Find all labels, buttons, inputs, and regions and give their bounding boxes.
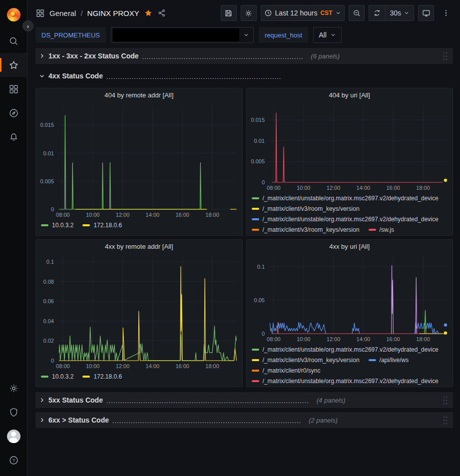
sidebar-item-profile[interactable] bbox=[0, 424, 27, 448]
sidebar-expand-button[interactable]: › bbox=[22, 20, 33, 31]
legend-label: 172.18.0.6 bbox=[93, 222, 122, 229]
legend-item[interactable]: /_matrix/client/unstable/org.matrix.msc2… bbox=[252, 214, 439, 224]
legend-item[interactable]: /sw.js bbox=[369, 224, 394, 235]
zoom-out-time-button[interactable] bbox=[349, 5, 365, 21]
sidebar-item-search[interactable] bbox=[0, 29, 27, 53]
svg-text:0.04: 0.04 bbox=[43, 318, 54, 324]
variable-value-ds-prometheus[interactable] bbox=[111, 27, 254, 43]
sidebar-item-explore[interactable] bbox=[0, 101, 27, 125]
svg-text:0: 0 bbox=[51, 206, 54, 212]
svg-text:0: 0 bbox=[261, 179, 264, 185]
row-panel-count: (6 panels) bbox=[311, 52, 340, 60]
svg-text:12:00: 12:00 bbox=[326, 185, 340, 191]
sidebar-item-help[interactable]: ? bbox=[0, 448, 27, 472]
legend-item[interactable]: /api/live/ws bbox=[369, 355, 409, 365]
share-icon[interactable] bbox=[157, 8, 166, 17]
legend-item[interactable]: 172.18.0.6 bbox=[82, 371, 122, 382]
legend-swatch bbox=[252, 380, 259, 382]
panel-4xx-by-uri: 4xx by uri [All] 08:0010:0012:0014:0016:… bbox=[246, 239, 454, 387]
legend-item[interactable]: 10.0.3.2 bbox=[41, 220, 73, 230]
chevron-down-icon bbox=[335, 10, 341, 16]
svg-text:16:00: 16:00 bbox=[175, 212, 189, 218]
breadcrumb: General / NGINX PROXY bbox=[35, 8, 166, 18]
legend-item[interactable]: /_matrix/client/v3/room_keys/version bbox=[252, 203, 360, 214]
drag-dots-icon bbox=[443, 416, 448, 425]
svg-text:0.1: 0.1 bbox=[46, 259, 54, 265]
panel-4xx-by-remote-addr: 4xx by remote addr [All] 08:0010:0012:00… bbox=[35, 239, 243, 387]
svg-text:14:00: 14:00 bbox=[356, 336, 370, 342]
drag-dots-icon bbox=[443, 51, 448, 61]
svg-text:16:00: 16:00 bbox=[386, 336, 400, 342]
legend-item[interactable]: /_matrix/client/unstable/org.matrix.msc2… bbox=[252, 376, 439, 386]
svg-text:16:00: 16:00 bbox=[175, 363, 189, 369]
legend-swatch bbox=[252, 349, 259, 351]
row-header-6xx[interactable]: 6xx > Status Code ......................… bbox=[35, 412, 453, 428]
save-dashboard-button[interactable] bbox=[221, 5, 237, 21]
avatar bbox=[7, 430, 20, 443]
breadcrumb-dashboard-title[interactable]: NGINX PROXY bbox=[87, 9, 139, 17]
refresh-interval-dropdown[interactable]: 30s bbox=[386, 5, 414, 20]
panel-title[interactable]: 4xx by uri [All] bbox=[247, 240, 453, 253]
svg-text:08:00: 08:00 bbox=[267, 185, 281, 191]
variable-value-label: All bbox=[319, 31, 327, 39]
chevron-right-icon bbox=[39, 53, 45, 59]
legend-item[interactable]: /_matrix/client/v3/room_keys/version bbox=[252, 355, 360, 365]
panel-title[interactable]: 4xx by remote addr [All] bbox=[36, 240, 242, 253]
legend-swatch bbox=[252, 370, 259, 372]
row-panel-count: (4 panels) bbox=[317, 397, 346, 404]
tv-mode-button[interactable] bbox=[418, 5, 434, 21]
legend-item[interactable]: /_matrix/client/v3/room_keys/version bbox=[252, 224, 360, 235]
apps-grid-icon bbox=[35, 8, 45, 18]
legend-item[interactable]: /_matrix/client/r0/sync bbox=[252, 365, 321, 376]
refresh-button[interactable] bbox=[369, 5, 385, 20]
sidebar-item-dashboards[interactable] bbox=[0, 77, 27, 101]
legend-label: /_matrix/client/unstable/org.matrix.msc2… bbox=[263, 378, 439, 385]
row-title: 5xx Status Code bbox=[48, 396, 103, 404]
favorite-star-icon[interactable] bbox=[144, 8, 153, 17]
time-series-chart[interactable]: 08:0010:0012:0014:0016:0018:0000.0050.01… bbox=[36, 101, 242, 219]
time-series-chart[interactable]: 08:0010:0012:0014:0016:0018:0000.0050.01… bbox=[247, 101, 453, 192]
sidebar-item-configuration[interactable] bbox=[0, 376, 27, 400]
svg-text:0.08: 0.08 bbox=[43, 279, 54, 285]
row-title: 1xx - 3xx - 2xx Status Code bbox=[48, 52, 139, 60]
row-drag-handle[interactable] bbox=[443, 51, 448, 61]
time-series-chart[interactable]: 08:0010:0012:0014:0016:0018:0000.020.040… bbox=[36, 253, 242, 371]
row-header-4xx[interactable]: 4xx Status Code ........................… bbox=[35, 68, 453, 84]
svg-text:18:00: 18:00 bbox=[205, 363, 219, 369]
sidebar-item-alerting[interactable] bbox=[0, 125, 27, 149]
row-drag-handle[interactable] bbox=[443, 416, 448, 425]
time-series-chart[interactable]: 08:0010:0012:0014:0016:0018:0000.050.1 bbox=[247, 253, 453, 344]
row-drag-handle[interactable] bbox=[443, 396, 448, 405]
more-options-button[interactable] bbox=[438, 5, 454, 21]
compass-icon bbox=[8, 108, 19, 118]
panel-title[interactable]: 404 by remote addr [All] bbox=[36, 88, 242, 101]
variable-value-request-host[interactable]: All bbox=[313, 27, 342, 43]
chevron-right-icon bbox=[39, 417, 45, 423]
legend-swatch bbox=[41, 224, 48, 226]
time-range-picker[interactable]: Last 12 hours CST bbox=[261, 5, 345, 21]
svg-text:0.01: 0.01 bbox=[43, 150, 54, 156]
legend-item[interactable]: 172.18.0.6 bbox=[82, 220, 122, 230]
svg-text:10:00: 10:00 bbox=[86, 212, 100, 218]
sidebar-item-starred[interactable] bbox=[0, 53, 27, 77]
panel-legend: 10.0.3.2172.18.0.6 bbox=[36, 371, 242, 387]
chevron-down-icon bbox=[39, 73, 45, 79]
row-header-1xx-3xx-2xx[interactable]: 1xx - 3xx - 2xx Status Code ............… bbox=[35, 48, 453, 64]
breadcrumb-folder[interactable]: General bbox=[49, 9, 76, 17]
panel-title[interactable]: 404 by uri [All] bbox=[247, 88, 453, 101]
dashboard-body: 1xx - 3xx - 2xx Status Code ............… bbox=[27, 47, 460, 476]
legend-item[interactable]: /_matrix/client/unstable/org.matrix.msc2… bbox=[252, 193, 439, 203]
svg-text:18:00: 18:00 bbox=[416, 185, 430, 191]
legend-item[interactable]: /_matrix/client/unstable/org.matrix.msc2… bbox=[252, 344, 439, 355]
sidebar-item-server-admin[interactable] bbox=[0, 400, 27, 424]
svg-text:12:00: 12:00 bbox=[116, 363, 130, 369]
row-header-5xx[interactable]: 5xx Status Code ........................… bbox=[35, 392, 453, 408]
dashboard-settings-button[interactable] bbox=[241, 5, 257, 21]
redacted-value bbox=[113, 28, 239, 41]
legend-item[interactable]: 10.0.3.2 bbox=[41, 371, 73, 382]
svg-text:08:00: 08:00 bbox=[267, 336, 281, 342]
svg-text:18:00: 18:00 bbox=[416, 336, 430, 342]
svg-text:0.05: 0.05 bbox=[254, 297, 264, 303]
legend-label: 172.18.0.6 bbox=[93, 373, 122, 380]
legend-label: /_matrix/client/v3/room_keys/version bbox=[263, 205, 360, 212]
